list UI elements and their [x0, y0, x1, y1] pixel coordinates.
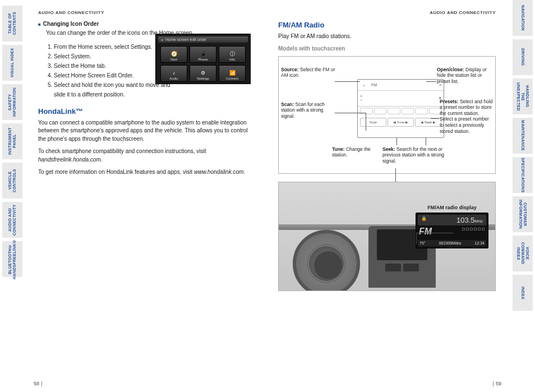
ts-seek: ◀ Seek ▶ — [415, 118, 441, 127]
fm-display-box: FM/AM radio display 🔒103.5MHz FM 75°0023… — [416, 205, 488, 248]
tab-bluetooth[interactable]: BLUETOOTH® HANDSFREELINK® — [2, 241, 22, 277]
page-left: AUDIO AND CONNECTIVITY Changing Icon Ord… — [29, 0, 265, 192]
info-icon: ⓘ — [230, 52, 235, 57]
touchscreen-illustration: Home screen edit order 🧭Navi 📱Phone ⓘInf… — [155, 34, 251, 84]
header-right: AUDIO AND CONNECTIVITY — [278, 10, 496, 15]
ts-buttons: Scan ◀ Tune ▶ ◀ Seek ▶ — [358, 116, 444, 129]
tab-toc[interactable]: TABLE OF CONTENTS — [2, 6, 22, 41]
fmam-title: FM/AM Radio — [278, 21, 496, 29]
dashboard-illustration: FM/AM radio display 🔒103.5MHz FM 75°0023… — [278, 182, 496, 291]
lock-icon: 🔒 — [421, 216, 427, 221]
fmam-intro: Play FM or AM radio stations. — [278, 33, 496, 41]
page-number-right: 59 — [491, 381, 501, 386]
ts-icon-connect: 📶Connect — [219, 65, 246, 82]
ts-presets — [358, 107, 444, 116]
ts-icon-navi: 🧭Navi — [160, 46, 187, 63]
tab-instrument[interactable]: INSTRUMENT PANEL — [2, 123, 22, 159]
gear-icon: ⚙ — [201, 71, 205, 76]
tab-driving[interactable]: DRIVING — [513, 39, 533, 75]
callout-scan: Scan: Scan for each station with a stron… — [281, 102, 337, 119]
section-title: Changing Icon Order — [38, 21, 256, 27]
ts-icon-audio: ♪Audio — [160, 65, 187, 82]
models-sub: Models with touchscreen — [278, 45, 496, 52]
fm-display: 🔒103.5MHz FM 75°002300Miles12:34 — [416, 213, 488, 248]
phone-icon: 📱 — [200, 52, 206, 57]
page-number-left: 58 — [34, 381, 44, 386]
tab-customer[interactable]: CUSTOMER INFORMATION — [513, 196, 533, 232]
tab-navigation[interactable]: NAVIGATION — [513, 0, 533, 36]
hondalink-p3: To get more information on HondaLink fea… — [38, 168, 256, 177]
music-icon: ♪ — [173, 71, 176, 76]
fm-display-caption: FM/AM radio display — [416, 205, 488, 210]
ts-icon-settings: ⚙Settings — [190, 65, 216, 82]
hondalink-p1: You can connect a compatible smartphone … — [38, 119, 256, 144]
tab-visual-index[interactable]: VISUAL INDEX — [2, 45, 22, 81]
tab-audio[interactable]: AUDIO AND CONNECTIVITY — [2, 202, 22, 238]
ts-screen: ♪FM≡ +−▾ Scan ◀ Tune ▶ ◀ Seek ▶ — [357, 79, 444, 138]
compass-icon: 🧭 — [171, 52, 177, 57]
callout-open: Open/close: Display or hide the station … — [437, 67, 493, 85]
header-left: AUDIO AND CONNECTIVITY — [38, 10, 256, 15]
ts-icon-info: ⓘInfo — [219, 46, 246, 63]
signal-icon: 📶 — [229, 71, 236, 76]
callout-tune: Tune: Change the station. — [332, 146, 380, 158]
ts-scan: Scan — [360, 118, 386, 127]
tab-handling[interactable]: HANDLING THE UNEXPECTED — [513, 79, 533, 114]
audio-icon: ♪ — [360, 83, 368, 87]
fm-band: FM — [419, 227, 432, 237]
callout-seek: Seek: Search for the next or previous st… — [382, 146, 447, 164]
tab-safety[interactable]: SAFETY INFORMATION — [2, 84, 22, 120]
left-tab-strip: TABLE OF CONTENTS VISUAL INDEX SAFETY IN… — [2, 0, 22, 277]
arrow-right-icon: ▶ — [433, 120, 436, 124]
hondalink-p2: To check smartphone compatibility and co… — [38, 147, 256, 164]
tab-specs[interactable]: SPECIFICATIONS — [513, 157, 533, 193]
ts-icon-grid: 🧭Navi 📱Phone ⓘInfo ♪Audio ⚙Settings 📶Con… — [158, 45, 248, 83]
right-tab-strip: NAVIGATION DRIVING HANDLING THE UNEXPECT… — [513, 0, 533, 311]
page-right: AUDIO AND CONNECTIVITY FM/AM Radio Play … — [269, 0, 505, 302]
arrow-left-icon: ◀ — [421, 120, 423, 124]
ts-title: Home screen edit order — [158, 36, 248, 43]
steering-wheel — [293, 230, 360, 291]
ts-tune: ◀ Tune ▶ — [388, 118, 414, 127]
callout-presets: Presets: Select and hold a preset number… — [440, 99, 493, 135]
hondalink-title: HondaLink™ — [38, 107, 256, 116]
tab-vehicle[interactable]: VEHICLE CONTROLS — [2, 163, 22, 199]
tab-voice[interactable]: VOICE COMMAND INDEX — [513, 236, 533, 271]
ts-icon-phone: 📱Phone — [190, 46, 216, 63]
tab-index[interactable]: INDEX — [513, 275, 533, 311]
callout-source: Source: Select the FM or AM icon. — [281, 67, 337, 79]
arrow-right-icon: ▶ — [405, 120, 408, 124]
arrow-left-icon: ◀ — [393, 120, 396, 124]
callout-box: ♪FM≡ +−▾ Scan ◀ Tune ▶ ◀ Seek ▶ Source: … — [278, 56, 496, 174]
tab-maintenance[interactable]: MAINTENANCE — [513, 118, 533, 154]
